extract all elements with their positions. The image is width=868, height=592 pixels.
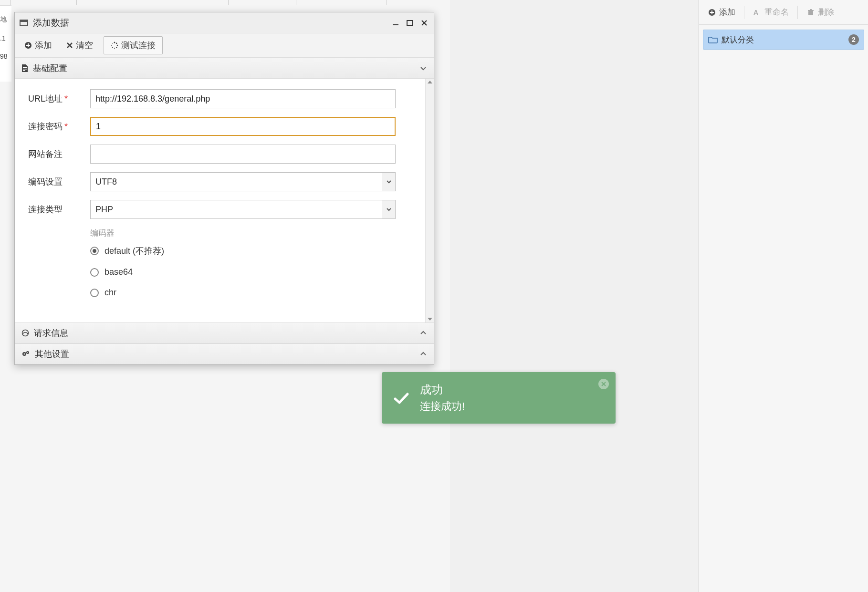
type-value: PHP <box>91 200 382 218</box>
password-label: 连接密码* <box>28 121 90 132</box>
svg-point-20 <box>114 47 115 48</box>
type-select[interactable]: PHP <box>90 200 396 219</box>
toolbar-test-label: 测试连接 <box>121 40 156 51</box>
svg-point-22 <box>111 45 112 46</box>
toolbar-add-button[interactable]: 添加 <box>21 38 56 53</box>
svg-rect-4 <box>808 11 813 15</box>
sidebar-delete-label: 删除 <box>818 7 834 18</box>
encoder-radio-default[interactable]: default (不推荐) <box>90 245 420 257</box>
encoding-select[interactable]: UTF8 <box>90 172 396 191</box>
svg-rect-24 <box>23 67 27 68</box>
svg-point-29 <box>24 353 25 355</box>
minimize-button[interactable] <box>391 18 400 28</box>
success-toast: 成功 连接成功! <box>382 372 616 424</box>
toast-title: 成功 <box>420 382 465 397</box>
toolbar-add-label: 添加 <box>35 40 52 51</box>
scroll-down-icon <box>428 318 432 321</box>
svg-point-31 <box>27 352 28 353</box>
chevron-up-icon <box>419 350 427 358</box>
section-other-header[interactable]: 其他设置 <box>15 343 434 364</box>
encoding-dropdown-button[interactable] <box>382 173 395 191</box>
close-button[interactable] <box>419 18 429 28</box>
check-icon <box>391 388 410 407</box>
x-icon <box>66 42 73 49</box>
category-label: 默认分类 <box>722 34 754 45</box>
chevron-up-icon <box>419 329 427 337</box>
maximize-button[interactable] <box>405 18 415 28</box>
toolbar-clear-button[interactable]: 清空 <box>63 38 97 53</box>
spinner-icon <box>111 42 118 49</box>
section-request-label: 请求信息 <box>34 327 68 339</box>
category-count-badge: 2 <box>848 34 859 45</box>
svg-point-18 <box>117 44 118 46</box>
dialog-accordion: 基础配置 URL地址* 连接密码* <box>15 57 434 364</box>
dialog-title: 添加数据 <box>33 17 69 29</box>
svg-point-16 <box>114 42 115 43</box>
toolbar-test-button[interactable]: 测试连接 <box>104 36 163 54</box>
dialog-toolbar: 添加 清空 测试连接 <box>15 33 434 57</box>
plus-circle-icon <box>708 8 716 17</box>
svg-rect-7 <box>393 24 398 25</box>
sidebar-add-button[interactable]: 添加 <box>702 4 741 21</box>
document-icon <box>21 64 28 72</box>
window-icon <box>20 20 28 26</box>
toast-body: 连接成功! <box>420 399 465 414</box>
category-sidebar: 添加 A 重命名 删除 默认分类 2 <box>699 0 868 592</box>
section-basic-header[interactable]: 基础配置 <box>15 58 434 79</box>
encoding-value: UTF8 <box>91 173 382 191</box>
vertical-scrollbar[interactable] <box>425 79 434 322</box>
svg-point-23 <box>112 43 113 44</box>
sidebar-add-label: 添加 <box>719 7 735 18</box>
radio-icon <box>90 247 99 255</box>
dialog-titlebar[interactable]: 添加数据 <box>15 12 434 33</box>
url-label: URL地址* <box>28 93 90 104</box>
encoder-chr-label: chr <box>105 288 116 298</box>
encoder-base64-label: base64 <box>105 267 133 277</box>
section-basic-body: URL地址* 连接密码* 网站备注 编码设置 UT <box>15 79 434 322</box>
section-basic-label: 基础配置 <box>33 62 67 74</box>
svg-rect-8 <box>407 21 413 25</box>
svg-rect-6 <box>810 9 812 10</box>
chevron-down-icon <box>419 64 427 72</box>
gears-icon <box>21 350 30 358</box>
toolbar-separator <box>744 6 744 19</box>
plus-circle-icon <box>24 42 32 49</box>
folder-icon <box>708 36 718 43</box>
encoder-default-label: default (不推荐) <box>105 245 164 257</box>
section-request-header[interactable]: 请求信息 <box>15 322 434 343</box>
svg-rect-2 <box>710 12 714 13</box>
type-label: 连接类型 <box>28 204 90 215</box>
scroll-up-icon <box>428 81 432 83</box>
svg-text:A: A <box>753 9 758 16</box>
radio-icon <box>90 289 99 297</box>
encoding-label: 编码设置 <box>28 176 90 187</box>
svg-point-21 <box>112 47 113 48</box>
toolbar-separator <box>797 6 798 19</box>
toolbar-clear-label: 清空 <box>76 40 93 51</box>
encoder-radio-base64[interactable]: base64 <box>90 267 420 277</box>
edge-icon <box>21 329 29 337</box>
url-input[interactable] <box>90 89 396 108</box>
toast-close-button[interactable] <box>598 379 609 389</box>
trash-icon <box>806 8 815 17</box>
svg-point-17 <box>116 42 117 44</box>
svg-rect-25 <box>23 69 27 70</box>
sidebar-delete-button[interactable]: 删除 <box>801 4 840 21</box>
sidebar-toolbar: 添加 A 重命名 删除 <box>699 0 868 25</box>
encoder-group-label: 编码器 <box>90 228 420 239</box>
background-row-fragment: 地 .1 98 <box>0 5 11 82</box>
encoder-radio-chr[interactable]: chr <box>90 288 420 298</box>
svg-rect-13 <box>26 45 30 46</box>
sidebar-rename-button[interactable]: A 重命名 <box>747 4 795 21</box>
section-other-label: 其他设置 <box>35 348 69 360</box>
type-dropdown-button[interactable] <box>382 200 395 218</box>
password-input[interactable] <box>90 117 396 136</box>
font-icon: A <box>753 8 762 17</box>
radio-icon <box>90 268 99 277</box>
note-input[interactable] <box>90 145 396 164</box>
svg-rect-26 <box>23 70 25 71</box>
category-item-default[interactable]: 默认分类 2 <box>703 30 864 50</box>
add-data-dialog: 添加数据 添加 清空 <box>14 12 434 365</box>
sidebar-rename-label: 重命名 <box>764 7 789 18</box>
svg-point-19 <box>116 47 117 48</box>
